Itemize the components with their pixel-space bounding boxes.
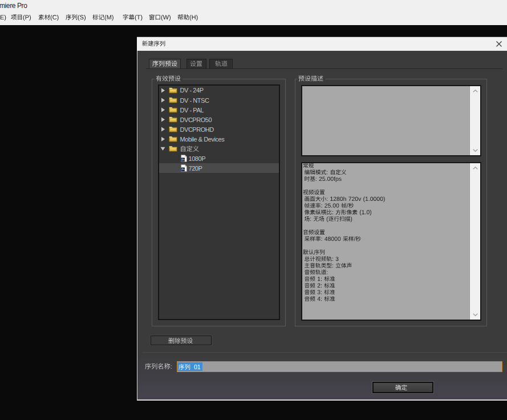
svg-text:01: 01 — [194, 364, 201, 370]
svg-text:1080P: 1080P — [189, 155, 206, 162]
svg-text:DV - NTSC: DV - NTSC — [180, 97, 209, 104]
svg-text:DVCPROHD: DVCPROHD — [180, 126, 214, 133]
svg-text:DV - PAL: DV - PAL — [180, 107, 204, 114]
svg-text:Mobile & Devices: Mobile & Devices — [180, 136, 225, 143]
svg-text:DV - 24P: DV - 24P — [180, 87, 204, 94]
svg-text:DVCPRO50: DVCPRO50 — [180, 116, 212, 123]
svg-text:720P: 720P — [189, 165, 202, 172]
